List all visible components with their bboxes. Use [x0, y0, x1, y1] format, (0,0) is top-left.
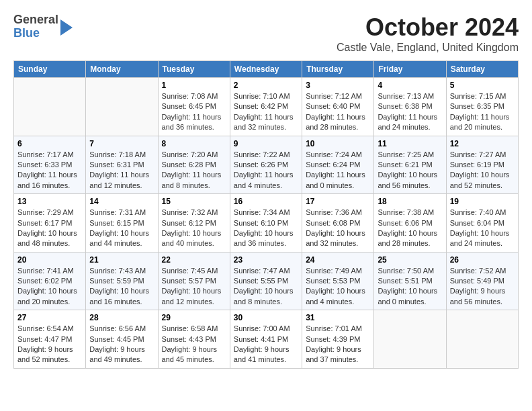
day-info: Sunrise: 7:47 AMSunset: 5:55 PMDaylight:…: [234, 267, 294, 306]
calendar-cell: 26Sunrise: 7:52 AMSunset: 5:49 PMDayligh…: [446, 252, 518, 310]
day-number: 21: [89, 255, 154, 265]
day-info: Sunrise: 7:41 AMSunset: 6:02 PMDaylight:…: [17, 267, 77, 306]
header-tuesday: Tuesday: [158, 61, 230, 78]
day-number: 28: [89, 313, 154, 322]
day-number: 3: [306, 81, 370, 90]
day-number: 26: [450, 255, 515, 265]
day-info: Sunrise: 6:54 AMSunset: 4:47 PMDaylight:…: [17, 324, 74, 363]
calendar-cell: 30Sunrise: 7:00 AMSunset: 4:41 PMDayligh…: [230, 310, 302, 369]
day-info: Sunrise: 7:24 AMSunset: 6:24 PMDaylight:…: [306, 150, 365, 189]
day-info: Sunrise: 7:27 AMSunset: 6:19 PMDaylight:…: [450, 150, 510, 189]
calendar-cell: 11Sunrise: 7:25 AMSunset: 6:21 PMDayligh…: [374, 136, 446, 194]
calendar-cell: 19Sunrise: 7:40 AMSunset: 6:04 PMDayligh…: [446, 194, 518, 253]
header-sunday: Sunday: [14, 61, 86, 78]
day-number: 19: [450, 197, 515, 206]
day-number: 23: [234, 255, 298, 265]
week-row-3: 20Sunrise: 7:41 AMSunset: 6:02 PMDayligh…: [14, 252, 519, 310]
day-number: 4: [378, 81, 442, 90]
day-number: 31: [306, 313, 370, 322]
day-info: Sunrise: 7:36 AMSunset: 6:08 PMDaylight:…: [306, 208, 365, 247]
day-number: 25: [378, 255, 442, 265]
day-number: 22: [162, 255, 226, 265]
day-number: 27: [17, 313, 82, 322]
day-info: Sunrise: 6:56 AMSunset: 4:45 PMDaylight:…: [89, 324, 146, 363]
day-info: Sunrise: 7:22 AMSunset: 6:26 PMDaylight:…: [234, 150, 294, 189]
header-monday: Monday: [86, 61, 158, 78]
page: General Blue October 2024 Castle Vale, E…: [0, 0, 532, 375]
day-number: 8: [162, 139, 226, 148]
day-number: 2: [234, 81, 298, 90]
day-number: 6: [17, 139, 82, 148]
day-info: Sunrise: 7:38 AMSunset: 6:06 PMDaylight:…: [378, 208, 437, 247]
day-info: Sunrise: 7:31 AMSunset: 6:15 PMDaylight:…: [89, 208, 149, 247]
day-info: Sunrise: 7:18 AMSunset: 6:31 PMDaylight:…: [89, 150, 149, 189]
day-info: Sunrise: 7:20 AMSunset: 6:28 PMDaylight:…: [162, 150, 222, 189]
day-info: Sunrise: 7:08 AMSunset: 6:45 PMDaylight:…: [162, 92, 222, 131]
day-info: Sunrise: 7:45 AMSunset: 5:57 PMDaylight:…: [162, 267, 222, 306]
calendar-cell: 27Sunrise: 6:54 AMSunset: 4:47 PMDayligh…: [14, 310, 86, 369]
day-info: Sunrise: 7:12 AMSunset: 6:40 PMDaylight:…: [306, 92, 365, 131]
day-number: 15: [162, 197, 226, 206]
calendar-cell: 16Sunrise: 7:34 AMSunset: 6:10 PMDayligh…: [230, 194, 302, 253]
day-info: Sunrise: 7:43 AMSunset: 5:59 PMDaylight:…: [89, 267, 149, 306]
day-info: Sunrise: 7:40 AMSunset: 6:04 PMDaylight:…: [450, 208, 510, 247]
calendar-cell: 10Sunrise: 7:24 AMSunset: 6:24 PMDayligh…: [302, 136, 374, 194]
calendar-cell: 13Sunrise: 7:29 AMSunset: 6:17 PMDayligh…: [14, 194, 86, 253]
calendar-cell: 18Sunrise: 7:38 AMSunset: 6:06 PMDayligh…: [374, 194, 446, 253]
day-info: Sunrise: 7:15 AMSunset: 6:35 PMDaylight:…: [450, 92, 510, 131]
calendar-cell: 15Sunrise: 7:32 AMSunset: 6:12 PMDayligh…: [158, 194, 230, 253]
calendar-cell: [14, 78, 86, 136]
calendar-cell: 9Sunrise: 7:22 AMSunset: 6:26 PMDaylight…: [230, 136, 302, 194]
day-info: Sunrise: 7:13 AMSunset: 6:38 PMDaylight:…: [378, 92, 437, 131]
day-info: Sunrise: 7:32 AMSunset: 6:12 PMDaylight:…: [162, 208, 222, 247]
day-number: 11: [378, 139, 442, 148]
calendar-cell: [86, 78, 158, 136]
calendar-cell: 1Sunrise: 7:08 AMSunset: 6:45 PMDaylight…: [158, 78, 230, 136]
day-number: 17: [306, 197, 370, 206]
title-block: October 2024 Castle Vale, England, Unite…: [337, 13, 519, 54]
calendar-cell: 23Sunrise: 7:47 AMSunset: 5:55 PMDayligh…: [230, 252, 302, 310]
calendar-cell: [446, 310, 518, 369]
day-info: Sunrise: 7:50 AMSunset: 5:51 PMDaylight:…: [378, 267, 437, 306]
header: General Blue October 2024 Castle Vale, E…: [13, 13, 519, 54]
header-thursday: Thursday: [302, 61, 374, 78]
day-info: Sunrise: 7:49 AMSunset: 5:53 PMDaylight:…: [306, 267, 365, 306]
calendar-cell: 20Sunrise: 7:41 AMSunset: 6:02 PMDayligh…: [14, 252, 86, 310]
day-number: 20: [17, 255, 82, 265]
day-number: 16: [234, 197, 298, 206]
day-info: Sunrise: 7:17 AMSunset: 6:33 PMDaylight:…: [17, 150, 77, 189]
day-number: 13: [17, 197, 82, 206]
week-row-2: 13Sunrise: 7:29 AMSunset: 6:17 PMDayligh…: [14, 194, 519, 253]
calendar-cell: 31Sunrise: 7:01 AMSunset: 4:39 PMDayligh…: [302, 310, 374, 369]
week-row-4: 27Sunrise: 6:54 AMSunset: 4:47 PMDayligh…: [14, 310, 519, 369]
calendar-cell: 28Sunrise: 6:56 AMSunset: 4:45 PMDayligh…: [86, 310, 158, 369]
calendar-cell: 22Sunrise: 7:45 AMSunset: 5:57 PMDayligh…: [158, 252, 230, 310]
day-info: Sunrise: 7:52 AMSunset: 5:49 PMDaylight:…: [450, 267, 506, 306]
day-number: 14: [89, 197, 154, 206]
day-info: Sunrise: 7:25 AMSunset: 6:21 PMDaylight:…: [378, 150, 437, 189]
day-info: Sunrise: 6:58 AMSunset: 4:43 PMDaylight:…: [162, 324, 218, 363]
calendar-cell: 2Sunrise: 7:10 AMSunset: 6:42 PMDaylight…: [230, 78, 302, 136]
header-wednesday: Wednesday: [230, 61, 302, 78]
day-info: Sunrise: 7:34 AMSunset: 6:10 PMDaylight:…: [234, 208, 294, 247]
calendar-cell: 5Sunrise: 7:15 AMSunset: 6:35 PMDaylight…: [446, 78, 518, 136]
page-subtitle: Castle Vale, England, United Kingdom: [337, 42, 519, 54]
day-number: 7: [89, 139, 154, 148]
calendar-header-row: SundayMondayTuesdayWednesdayThursdayFrid…: [14, 61, 519, 78]
logo-general: General: [13, 13, 58, 27]
logo-arrow-icon: [60, 19, 73, 36]
calendar-cell: 4Sunrise: 7:13 AMSunset: 6:38 PMDaylight…: [374, 78, 446, 136]
calendar-cell: 3Sunrise: 7:12 AMSunset: 6:40 PMDaylight…: [302, 78, 374, 136]
calendar-cell: 7Sunrise: 7:18 AMSunset: 6:31 PMDaylight…: [86, 136, 158, 194]
day-info: Sunrise: 7:00 AMSunset: 4:41 PMDaylight:…: [234, 324, 290, 363]
day-number: 12: [450, 139, 515, 148]
day-info: Sunrise: 7:10 AMSunset: 6:42 PMDaylight:…: [234, 92, 294, 131]
calendar-cell: 12Sunrise: 7:27 AMSunset: 6:19 PMDayligh…: [446, 136, 518, 194]
calendar-cell: 21Sunrise: 7:43 AMSunset: 5:59 PMDayligh…: [86, 252, 158, 310]
calendar-cell: [374, 310, 446, 369]
calendar-cell: 29Sunrise: 6:58 AMSunset: 4:43 PMDayligh…: [158, 310, 230, 369]
calendar-cell: 8Sunrise: 7:20 AMSunset: 6:28 PMDaylight…: [158, 136, 230, 194]
week-row-1: 6Sunrise: 7:17 AMSunset: 6:33 PMDaylight…: [14, 136, 519, 194]
header-friday: Friday: [374, 61, 446, 78]
header-saturday: Saturday: [446, 61, 518, 78]
